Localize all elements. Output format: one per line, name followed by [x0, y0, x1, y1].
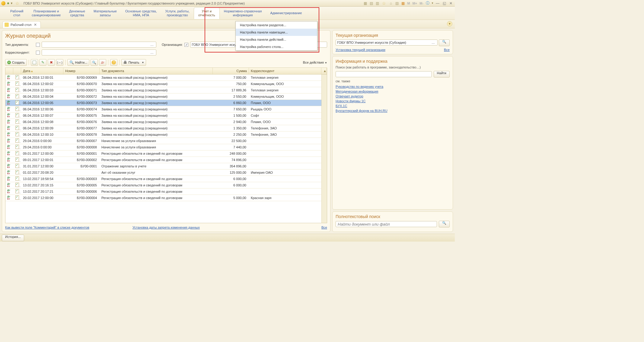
toolbar-icon-1[interactable]: ▦: [363, 1, 368, 6]
section-assets[interactable]: Основные средства, НМА, НПА: [121, 8, 161, 19]
table-row[interactable]: ДтКт06.04.2016 12:00:01БУ00-000069Заявка…: [5, 74, 321, 81]
table-row[interactable]: ДтКт06.04.2016 12:00:08БУ00-000076Заявка…: [5, 119, 321, 125]
set-org-link[interactable]: Установка текущей организации: [336, 48, 385, 52]
info-dropdown-icon[interactable]: ▼: [431, 2, 434, 5]
context-menu-item[interactable]: Настройка панели действий...: [236, 36, 317, 43]
col-number[interactable]: Номер: [63, 68, 100, 74]
table-row[interactable]: ДтКт06.04.2016 12:00:06БУ00-000074Заявка…: [5, 106, 321, 112]
section-money[interactable]: Денежные средства: [65, 8, 89, 19]
scroll-up-icon[interactable]: ▲: [321, 68, 327, 74]
table-row[interactable]: ДтКт09.01.2017 12:00:01БУ00-000002Регист…: [5, 157, 321, 163]
all-actions-button[interactable]: Все действия ▼: [303, 61, 327, 64]
comment-help-link[interactable]: Как вывести поле "Комментарий" в списке …: [5, 226, 89, 229]
filter-clear-button[interactable]: 🔍: [91, 59, 98, 66]
fulltext-search-button[interactable]: 🔍: [439, 221, 450, 227]
col-type[interactable]: Тип документа: [100, 68, 213, 74]
table-row[interactable]: ДтКт13.02.2017 20:16:15БУ00-000005Регист…: [5, 182, 321, 188]
filter-corr-input[interactable]: …: [42, 49, 156, 55]
table-row[interactable]: ДтКт06.04.2016 12:00:04БУ00-000072Заявка…: [5, 93, 321, 100]
fulltext-input[interactable]: [336, 221, 437, 227]
create-button[interactable]: +Создать: [5, 59, 27, 66]
copy-button[interactable]: [31, 59, 38, 66]
favorite-icon[interactable]: ☆: [15, 1, 19, 6]
swap-button[interactable]: (↔): [56, 59, 63, 66]
section-planning[interactable]: Планирование и санкционирование: [27, 8, 65, 19]
info-link[interactable]: Методическая информация: [336, 90, 378, 93]
maximize-button[interactable]: ◱: [442, 1, 447, 6]
col-date[interactable]: Дата ▴: [21, 68, 63, 74]
tabbar-menu-button[interactable]: ▼: [447, 21, 452, 27]
info-link[interactable]: Бухгалтерский форум на BUH.RU: [336, 109, 387, 112]
memory-mplus[interactable]: М+: [412, 2, 418, 5]
tab-close-icon[interactable]: ✕: [33, 23, 37, 27]
grid-body[interactable]: ДтКт06.04.2016 12:00:01БУ00-000069Заявка…: [5, 74, 321, 223]
context-menu-item[interactable]: Настройка панели разделов...: [236, 21, 317, 29]
section-desktop[interactable]: Рабочий стол: [6, 8, 27, 19]
section-services[interactable]: Услуги, работы, производство: [161, 8, 194, 19]
info-link[interactable]: Новости фирмы 1С: [336, 99, 366, 103]
dtkt-button[interactable]: Дт: [99, 59, 106, 66]
calendar-icon[interactable]: ▦: [400, 1, 405, 6]
tab-desktop[interactable]: Рабочий стол ✕: [2, 21, 41, 28]
info-icon[interactable]: ⓘ: [425, 1, 430, 6]
section-materials[interactable]: Материальные запасы: [89, 8, 121, 19]
filter-doctype-input[interactable]: …: [42, 42, 156, 48]
info-search-input[interactable]: [336, 71, 432, 77]
elipsis-icon[interactable]: …: [149, 51, 155, 54]
table-row[interactable]: ДтКт09.01.2017 12:00:00БУ00-000001Регист…: [5, 150, 321, 157]
table-row[interactable]: ДтКт29.04.2016 0:00:00БУ00-000007Начисле…: [5, 138, 321, 144]
filter-corr-check[interactable]: [36, 51, 40, 55]
grid-scrollbar[interactable]: [321, 74, 327, 223]
current-org-input[interactable]: ГОБУ ВПО Университет искусств (Субсидия)…: [336, 40, 438, 46]
memory-m[interactable]: М: [406, 2, 410, 5]
section-reference[interactable]: Нормативно-справочная информация: [220, 8, 266, 19]
table-row[interactable]: ДтКт06.04.2016 12:00:10БУ00-000078Заявка…: [5, 131, 321, 138]
elipsis-icon[interactable]: …: [149, 43, 155, 46]
info-find-button[interactable]: Найти: [434, 71, 450, 78]
table-row[interactable]: ДтКт06.04.2016 12:00:09БУ00-000077Заявка…: [5, 125, 321, 131]
history-button[interactable]: История...: [2, 235, 24, 241]
home-icon[interactable]: ⌂: [388, 1, 393, 6]
print-button[interactable]: 🖶Печать▼: [121, 59, 146, 66]
context-menu-item[interactable]: Настройка рабочего стола...: [236, 43, 317, 50]
table-row[interactable]: ДтКт20.02.2017 12:00:00БУ00-000004Регист…: [5, 195, 321, 201]
info-link[interactable]: Отвечает аудитор: [336, 94, 363, 98]
filter-org-check[interactable]: [184, 43, 188, 47]
memory-mminus[interactable]: М-: [419, 2, 424, 5]
tab-label: Рабочий стол: [11, 23, 31, 27]
section-admin[interactable]: Администрирование: [266, 9, 306, 17]
elipsis-icon[interactable]: …: [430, 41, 436, 44]
find-button[interactable]: 🔍Найти...: [67, 59, 90, 66]
minimize-button[interactable]: —: [435, 1, 440, 6]
col-sum[interactable]: Сумма: [213, 68, 249, 74]
toolbar-icon-3[interactable]: ▥: [375, 1, 380, 6]
dropdown-icon[interactable]: ▼: [10, 2, 13, 5]
col-corr[interactable]: Корреспондент: [249, 68, 321, 74]
info-link[interactable]: БУХ.1С: [336, 104, 347, 108]
help-button[interactable]: ?: [110, 59, 117, 66]
section-accounting[interactable]: Учет и отчетность: [194, 7, 220, 19]
close-button[interactable]: ✕: [448, 1, 454, 6]
star-icon[interactable]: ☆: [382, 1, 386, 6]
table-row[interactable]: ДтКт01.02.2017 20:08:20Акт об оказании у…: [5, 169, 321, 176]
calc-icon[interactable]: ▤: [394, 1, 399, 6]
table-row[interactable]: ДтКт29.04.2016 0:00:00БУ00-000008Начисле…: [5, 144, 321, 150]
toolbar-icon-2[interactable]: ▤: [369, 1, 374, 6]
edit-button[interactable]: ✎: [39, 59, 46, 66]
table-row[interactable]: ДтКт06.04.2016 12:00:02БУ00-000070Заявка…: [5, 81, 321, 87]
table-row[interactable]: ДтКт31.01.2017 12:00:00БУ00-0001Отражени…: [5, 163, 321, 169]
table-row[interactable]: ДтКт13.02.2017 18:58:54БУ00-000003Регист…: [5, 176, 321, 182]
grid-header: Дата ▴ Номер Тип документа Сумма Корресп…: [5, 68, 327, 74]
table-row[interactable]: ДтКт06.04.2016 12:00:03БУ00-000071Заявка…: [5, 87, 321, 93]
table-row[interactable]: ДтКт13.02.2017 20:17:21БУ00-000006Регист…: [5, 188, 321, 195]
date-lock-link[interactable]: Установка даты запрета изменения данных: [132, 226, 200, 229]
table-row[interactable]: ДтКт06.04.2016 12:00:05БУ00-000073Заявка…: [5, 100, 321, 106]
all-link[interactable]: Все: [321, 226, 327, 229]
org-search-button[interactable]: 🔍: [439, 40, 450, 46]
delete-button[interactable]: ✖: [48, 59, 55, 66]
all-org-link[interactable]: Все: [444, 48, 450, 52]
table-row[interactable]: ДтКт06.04.2016 12:00:07БУ00-000075Заявка…: [5, 112, 321, 119]
filter-doctype-check[interactable]: [36, 43, 40, 47]
context-menu-item[interactable]: Настройка панели навигации...: [236, 29, 317, 36]
info-link[interactable]: Руководство по ведению учета: [336, 85, 383, 88]
